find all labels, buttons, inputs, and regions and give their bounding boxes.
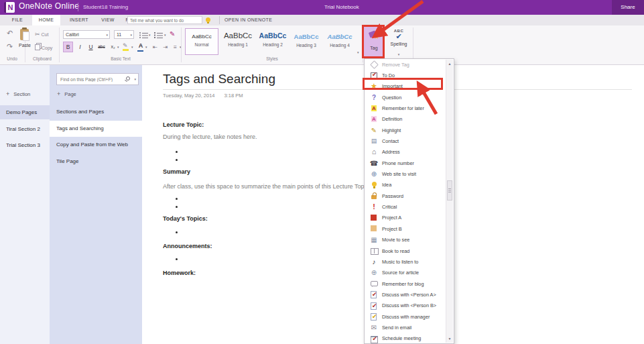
exclamation-icon [370,203,378,211]
menu-item-project-b[interactable]: Project B [365,223,454,234]
align-button[interactable]: ≡ [170,42,180,52]
chevron-down-icon[interactable]: ▾ [134,78,136,81]
annotation-box-tag-button [362,25,385,58]
menu-item-send-in-email[interactable]: Send in email [365,322,454,333]
undo-icon[interactable]: ↶ [7,30,13,37]
menu-item-critical[interactable]: Critical [365,201,454,212]
menu-item-schedule-meeting[interactable]: Schedule meeting [365,333,454,344]
italic-button[interactable]: I [75,42,85,52]
home-ribbon: ↶ ↷ Undo Paste ✂ Cut Copy Clipboard Cali… [0,25,644,65]
chevron-down-icon[interactable]: ▾ [149,34,151,37]
section-item-trial-section-3[interactable]: Trial Section 3 [0,138,50,152]
contact-card-icon [370,137,378,146]
numbered-list-icon[interactable] [154,32,163,38]
menu-item-definition[interactable]: Definition [365,114,454,125]
menu-item-music-to-listen-to[interactable]: Music to listen to [365,256,454,267]
discuss-check-icon [370,290,378,298]
menu-item-highlight[interactable]: Highlight [365,125,454,135]
menu-scrollbar[interactable]: ▲ ▼ [446,60,453,343]
menu-item-question[interactable]: Question [365,92,454,103]
styles-more-icon[interactable]: ▾ [357,51,359,54]
announcements-heading: Announcements: [163,243,212,249]
menu-item-discuss-with-person-b[interactable]: Discuss with <Person B> [365,300,454,311]
tab-home[interactable]: HOME [32,15,60,25]
tab-view[interactable]: VIEW [96,15,119,25]
section-item-demo-pages[interactable]: Demo Pages [0,105,50,119]
bold-button[interactable]: B [63,42,73,52]
highlighter-icon[interactable]: ✎ [123,43,131,51]
style-normal[interactable]: AaBbCcNormal [185,28,218,55]
page-item-tile-page[interactable]: Tile Page [50,154,142,170]
tab-file[interactable]: FILE [5,15,29,25]
discuss-manager-check-icon [370,312,378,321]
menu-item-remember-for-later[interactable]: Remember for later [365,103,454,113]
add-section-button[interactable]: +Section [6,91,30,97]
menu-item-discuss-with-manager[interactable]: Discuss with manager [365,311,454,322]
paste-button-label[interactable]: Paste [15,43,35,48]
format-painter-icon[interactable]: ✎ [170,31,175,38]
find-on-page-box[interactable]: ▾ [56,73,139,85]
menu-item-contact[interactable]: Contact [365,135,454,146]
page-item-tags-and-searching[interactable]: Tags and Searching [50,121,142,137]
red-square-icon [370,214,378,222]
chevron-down-icon[interactable]: ▾ [117,46,119,49]
menu-item-book-to-read[interactable]: Book to read [365,245,454,256]
chevron-down-icon[interactable]: ▾ [145,46,147,49]
find-on-page-input[interactable] [59,75,123,83]
page-datetime: Tuesday, May 20, 20143:18 PM [163,93,252,99]
menu-item-remember-for-blog[interactable]: Remember for blog [365,278,454,289]
style-heading1[interactable]: AaBbCcHeading 1 [221,28,255,55]
cut-button[interactable]: ✂ Cut [35,31,48,38]
menu-item-phone-number[interactable]: Phone number [365,158,454,168]
lock-icon [370,192,378,200]
tell-me-search-input[interactable] [127,16,202,24]
menu-item-web-site-to-visit[interactable]: Web site to visit [365,168,454,179]
onenote-logo-icon[interactable]: N [4,2,15,13]
menu-item-address[interactable]: Address [365,147,454,158]
lecture-topic-heading: Lecture Topic: [163,121,204,128]
section-item-trial-section-2[interactable]: Tiral Section 2 [0,122,50,136]
page-item-copy-and-paste[interactable]: Copy and Paste from the Web [50,137,142,153]
menu-item-idea[interactable]: Idea [365,180,454,190]
house-icon [370,148,378,156]
menu-item-project-a[interactable]: Project A [365,213,454,223]
style-heading3[interactable]: AaBbCcHeading 3 [289,28,323,55]
paste-icon[interactable] [20,29,29,40]
strikethrough-button[interactable]: abc [96,42,107,52]
add-page-button[interactable]: +Page [57,91,76,97]
style-heading2[interactable]: AaBbCcHeading 2 [256,28,289,55]
question-icon [370,93,378,101]
chevron-down-icon[interactable]: ▾ [164,34,166,37]
page-item-sections-and-pages[interactable]: Sections and Pages [50,104,142,120]
chevron-down-icon[interactable]: ▾ [131,46,133,49]
indent-icon[interactable]: ⇥ [160,42,170,52]
spelling-button[interactable]: ABC ✔ Spelling ▾ [386,27,411,62]
tag-dropdown-menu: Remove Tag To Do Important Question Reme… [364,58,454,344]
redo-icon[interactable]: ↷ [7,43,13,50]
font-family-select[interactable]: Calibri▾ [63,30,110,39]
scroll-down-icon[interactable]: ▼ [446,335,453,343]
bullet [176,198,178,200]
menu-item-discuss-with-person-a[interactable]: Discuss with <Person A> [365,289,454,300]
group-label-undo: Undo [0,56,24,61]
copy-button[interactable]: Copy [35,44,52,50]
group-label-styles: Styles [182,56,362,61]
menu-item-remove-tag[interactable]: Remove Tag [365,59,454,70]
bullet-list-icon[interactable] [139,32,148,38]
scroll-up-icon[interactable]: ▲ [446,60,453,68]
menu-item-movie-to-see[interactable]: Movie to see [365,235,454,245]
menu-item-password[interactable]: Password [365,190,454,201]
outdent-icon[interactable]: ⇤ [150,42,160,52]
open-in-onenote-button[interactable]: OPEN IN ONENOTE [224,15,272,25]
font-size-select[interactable]: 11▾ [114,30,134,39]
underline-button[interactable]: U [86,42,96,52]
font-color-button[interactable]: A [137,42,145,52]
style-heading4[interactable]: AaBbCcHeading 4 [323,28,357,55]
tab-insert[interactable]: INSERT [64,15,94,25]
homework-heading: Homework: [163,270,196,276]
subscript-button[interactable]: x₂ [108,42,118,52]
scrollbar-thumb[interactable] [447,180,452,200]
menu-item-source-for-article[interactable]: Source for article [365,268,454,278]
share-button[interactable]: Share [612,0,644,15]
phone-icon [370,159,378,167]
